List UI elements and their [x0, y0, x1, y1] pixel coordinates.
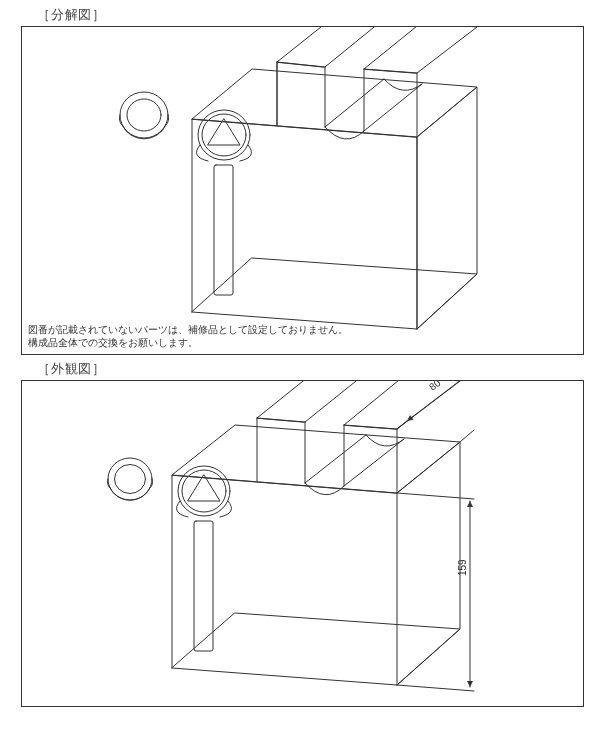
dimension-height-label: 159 [457, 559, 468, 576]
svg-point-9 [115, 465, 146, 494]
exterior-view-panel: 159 80 [21, 380, 584, 707]
svg-point-6 [178, 466, 230, 516]
svg-line-15 [460, 430, 474, 442]
exterior-view-title: ［外観図］ [37, 361, 106, 378]
svg-rect-0 [214, 165, 233, 295]
svg-point-2 [202, 114, 246, 156]
page: ［分解図］ [0, 0, 600, 732]
exterior-view-drawing [22, 381, 583, 706]
note-line-2: 構成品全体での交換をお願いします。 [28, 337, 348, 350]
svg-point-4 [127, 99, 161, 131]
svg-rect-5 [194, 521, 213, 651]
svg-line-19 [397, 421, 407, 429]
svg-point-1 [198, 110, 250, 160]
svg-line-11 [397, 685, 474, 691]
exploded-view-note: 図番が記載されていないパーツは、補修品として設定しておりません。 構成品全体での… [28, 324, 348, 350]
exploded-view-title: ［分解図］ [37, 7, 106, 24]
exploded-view-panel: 図番が記載されていないパーツは、補修品として設定しておりません。 構成品全体での… [21, 26, 584, 355]
svg-point-7 [182, 470, 226, 512]
note-line-1: 図番が記載されていないパーツは、補修品として設定しておりません。 [28, 324, 348, 337]
exploded-view-drawing [22, 27, 583, 354]
svg-line-10 [397, 493, 474, 499]
